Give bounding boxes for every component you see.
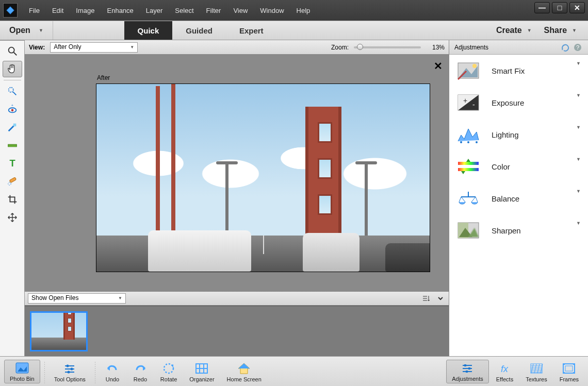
taskbar-adjustments[interactable]: Adjustments [446,360,489,383]
create-button[interactable]: Create ▼ [490,26,538,35]
taskbar-organizer[interactable]: Organizer [184,361,219,383]
menu-edit[interactable]: Edit [46,4,70,18]
tool-whiten-teeth[interactable] [3,119,22,136]
svg-point-26 [467,141,469,143]
close-document-button[interactable]: ✕ [434,60,443,72]
chevron-down-icon: ▼ [576,61,581,66]
menu-view[interactable]: View [227,4,254,18]
svg-point-1 [8,47,14,53]
svg-text:T: T [9,158,15,169]
menu-filter[interactable]: Filter [200,4,227,18]
open-button[interactable]: Open ▼ [0,21,53,40]
adjustment-label: Sharpen [492,226,521,235]
main-area: + T View: After Only Zoom: 13% ✕ After [0,40,588,356]
svg-point-3 [8,88,13,92]
svg-rect-9 [13,124,16,127]
adjustment-label: Exposure [492,98,524,107]
tool-move[interactable] [3,209,22,226]
svg-point-48 [71,367,73,370]
bin-dropdown[interactable]: Show Open Files [28,293,126,304]
adjustment-color[interactable]: Color ▼ [449,150,588,182]
taskbar-tool-options[interactable]: Tool Options [49,361,91,383]
adjustment-exposure[interactable]: +- Exposure ▼ [449,87,588,119]
adjustment-smart-fix[interactable]: Smart Fix ▼ [449,55,588,87]
menu-select[interactable]: Select [169,4,200,18]
taskbar-label: Rotate [160,376,177,382]
mode-tab-quick[interactable]: Quick [124,21,173,40]
document-area: View: After Only Zoom: 13% ✕ After Show … [25,40,449,356]
adjustment-lighting[interactable]: Lighting ▼ [449,119,588,150]
svg-rect-29 [458,168,479,171]
adjustments-panel-title: Adjustments [454,44,488,51]
adjustment-sharpen[interactable]: Sharpen ▼ [449,214,588,246]
chevron-down-icon: ▼ [576,125,581,130]
taskbar-frames[interactable]: Frames [554,361,584,383]
tool-zoom[interactable] [3,43,22,59]
bin-menu-icon[interactable] [435,293,446,304]
svg-rect-78 [563,363,565,365]
taskbar-label: Frames [560,376,579,382]
taskbar-photo-bin[interactable]: Photo Bin [4,360,40,383]
zoom-slider-thumb[interactable] [357,44,363,50]
adjustment-balance[interactable]: Balance ▼ [449,182,588,214]
window-maximize-button[interactable]: □ [552,2,567,13]
tool-redeye[interactable]: + [3,101,22,118]
photo-bin-bar: Show Open Files [25,291,449,306]
svg-marker-31 [461,171,465,174]
sharpen-icon [456,220,480,241]
tool-type[interactable]: T [3,155,22,172]
menu-window[interactable]: Window [254,4,290,18]
svg-rect-63 [464,364,466,366]
menu-help[interactable]: Help [290,4,317,18]
window-controls: — □ ✕ [534,2,585,13]
adjustments-panel-header: Adjustments ? [449,40,588,55]
svg-line-4 [12,92,15,95]
lighting-icon [456,124,480,145]
options-bar: View: After Only Zoom: 13% [25,40,449,55]
chevron-down-icon: ▼ [39,28,43,33]
menu-bar: File Edit Image Enhance Layer Select Fil… [0,0,588,21]
mode-tab-expert[interactable]: Expert [226,21,277,40]
bin-sort-icon[interactable] [421,293,431,304]
share-button[interactable]: Share ▼ [538,26,583,35]
svg-point-47 [67,364,69,367]
adjustment-label: Balance [492,194,519,203]
svg-line-35 [461,197,465,202]
taskbar-effects[interactable]: fxEffects [491,361,518,383]
zoom-slider[interactable] [354,46,421,48]
tool-crop[interactable] [3,191,22,208]
svg-rect-79 [573,363,575,365]
tool-straighten[interactable] [3,137,22,154]
window-minimize-button[interactable]: — [534,2,550,13]
svg-point-25 [460,141,462,143]
help-icon[interactable]: ? [573,42,583,53]
photo-bin [25,306,449,356]
svg-point-49 [68,371,70,373]
menu-file[interactable]: File [23,4,46,18]
svg-line-73 [534,364,536,373]
tool-hand[interactable] [3,61,22,77]
menu-layer[interactable]: Layer [140,4,169,18]
window-close-button[interactable]: ✕ [569,2,585,13]
taskbar-textures[interactable]: Textures [520,361,552,383]
open-button-label: Open [9,26,30,35]
tool-quick-select[interactable] [3,83,22,99]
svg-line-37 [476,197,478,202]
canvas[interactable]: ✕ After [25,55,449,291]
svg-point-14 [8,182,11,186]
photo-bin-thumbnail[interactable] [30,311,88,351]
tool-spot-heal[interactable] [3,173,22,190]
menu-image[interactable]: Image [70,4,101,18]
svg-point-19 [472,64,477,68]
taskbar-undo[interactable]: Undo [100,361,125,383]
view-dropdown[interactable]: After Only [50,42,138,53]
svg-text:fx: fx [501,364,509,374]
mode-tab-guided[interactable]: Guided [172,21,226,40]
reset-icon[interactable] [560,42,570,53]
taskbar-label: Adjustments [452,376,483,382]
taskbar-home-screen[interactable]: Home Screen [222,361,267,383]
menu-enhance[interactable]: Enhance [101,4,140,18]
taskbar-rotate[interactable]: Rotate [155,361,182,383]
taskbar-redo[interactable]: Redo [127,361,153,383]
balance-icon [456,188,480,209]
